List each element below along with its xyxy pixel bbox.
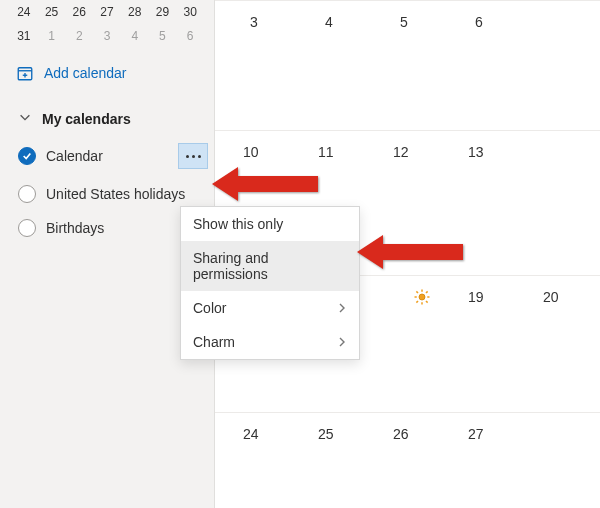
svg-line-9 (416, 291, 418, 293)
svg-line-11 (416, 301, 418, 303)
mini-calendar-day[interactable]: 26 (65, 0, 93, 24)
mini-calendar-day[interactable]: 24 (10, 0, 38, 24)
add-calendar-label: Add calendar (44, 65, 127, 81)
section-my-calendars[interactable]: My calendars (0, 92, 214, 135)
mini-calendar-day[interactable]: 4 (121, 24, 149, 48)
context-menu-item[interactable]: Show this only (181, 207, 359, 241)
annotation-arrow (212, 167, 318, 201)
calendar-day-number[interactable]: 26 (393, 426, 409, 442)
calendar-item-label: United States holidays (46, 186, 208, 202)
context-menu-label: Show this only (193, 216, 283, 232)
calendar-day-number[interactable]: 27 (468, 426, 484, 442)
context-menu-item[interactable]: Sharing and permissions (181, 241, 359, 291)
annotation-arrow (357, 235, 463, 269)
svg-line-10 (426, 301, 428, 303)
calendar-day-number[interactable]: 20 (543, 289, 559, 305)
mini-calendar-day[interactable]: 31 (10, 24, 38, 48)
calendar-plus-icon (16, 64, 34, 82)
mini-calendar-day[interactable]: 2 (65, 24, 93, 48)
calendar-item-label: Calendar (46, 148, 168, 164)
ellipsis-icon (186, 155, 201, 158)
mini-calendar-day[interactable]: 3 (93, 24, 121, 48)
add-calendar-link[interactable]: Add calendar (0, 48, 214, 92)
mini-calendar-day[interactable]: 28 (121, 0, 149, 24)
sun-icon (413, 288, 431, 306)
calendar-day-number[interactable]: 10 (243, 144, 259, 160)
radio-unchecked-icon[interactable] (18, 219, 36, 237)
context-menu-item[interactable]: Charm (181, 325, 359, 359)
context-menu-label: Sharing and permissions (193, 250, 347, 282)
mini-calendar-day[interactable]: 27 (93, 0, 121, 24)
context-menu-label: Color (193, 300, 226, 316)
calendar-day-number[interactable]: 13 (468, 144, 484, 160)
section-title: My calendars (42, 111, 131, 127)
svg-line-12 (426, 291, 428, 293)
calendar-context-menu: Show this onlySharing and permissionsCol… (180, 206, 360, 360)
calendar-day-number[interactable]: 19 (468, 289, 484, 305)
calendar-day-number[interactable]: 25 (318, 426, 334, 442)
calendar-day-number[interactable]: 4 (325, 14, 333, 30)
calendar-more-button[interactable] (178, 143, 208, 169)
checkmark-icon[interactable] (18, 147, 36, 165)
mini-calendar-day[interactable]: 29 (149, 0, 177, 24)
svg-point-4 (419, 294, 425, 300)
context-menu-item[interactable]: Color (181, 291, 359, 325)
chevron-down-icon (18, 110, 32, 127)
mini-calendar-day[interactable]: 25 (38, 0, 66, 24)
mini-calendar-day[interactable]: 5 (149, 24, 177, 48)
chevron-right-icon (337, 334, 347, 350)
radio-unchecked-icon[interactable] (18, 185, 36, 203)
calendar-day-number[interactable]: 24 (243, 426, 259, 442)
calendar-day-number[interactable]: 3 (250, 14, 258, 30)
mini-calendar-day[interactable]: 6 (176, 24, 204, 48)
context-menu-label: Charm (193, 334, 235, 350)
calendar-day-number[interactable]: 6 (475, 14, 483, 30)
mini-calendar-day[interactable]: 1 (38, 24, 66, 48)
calendar-day-number[interactable]: 12 (393, 144, 409, 160)
calendar-day-number[interactable]: 5 (400, 14, 408, 30)
calendar-day-number[interactable]: 11 (318, 144, 334, 160)
chevron-right-icon (337, 300, 347, 316)
mini-calendar-day[interactable]: 30 (176, 0, 204, 24)
calendar-item[interactable]: Calendar (0, 135, 214, 177)
